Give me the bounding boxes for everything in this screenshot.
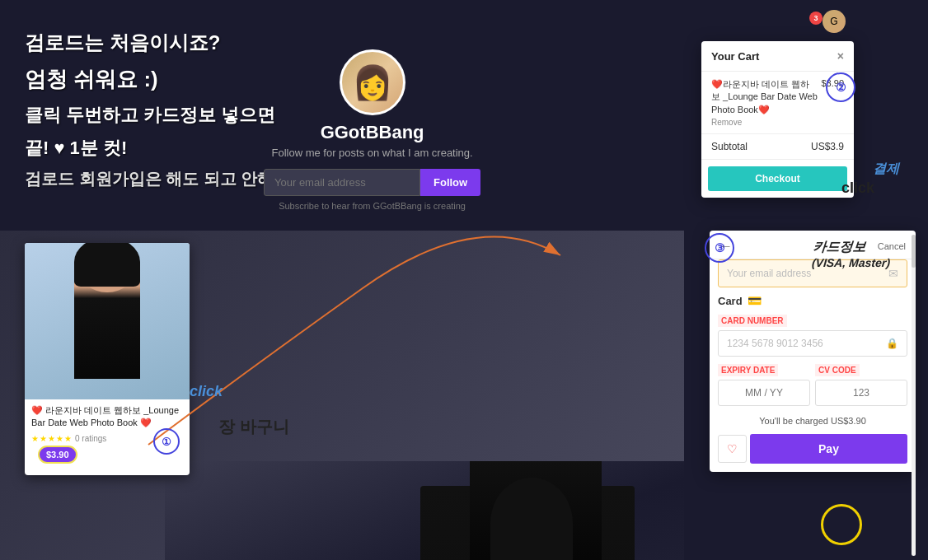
product-heart-2: ❤️ xyxy=(140,418,152,427)
payment-email-placeholder: Your email address xyxy=(727,268,811,279)
email-icon: ✉ xyxy=(888,267,898,280)
rating-count: 0 ratings xyxy=(75,434,106,443)
scrollbar-thumb xyxy=(912,235,916,268)
cvv-input[interactable] xyxy=(815,380,907,406)
username: GGotBBang xyxy=(321,122,424,143)
lock-icon: 🔒 xyxy=(886,338,898,349)
card-info-annotation: 카드정보 (VISA, Master) xyxy=(811,239,892,269)
avatar-initial: G xyxy=(830,16,837,27)
pay-button-row: ♡ Pay xyxy=(710,431,916,472)
card-number-placeholder: 1234 5678 9012 3456 xyxy=(727,338,823,349)
avatar: 👩 xyxy=(340,49,405,115)
card-icon: 💳 xyxy=(748,294,762,307)
cvv-field: CV CODE xyxy=(815,362,907,406)
annotation-circle-1: ① xyxy=(153,428,180,455)
product-image xyxy=(25,243,190,399)
cart-item-remove[interactable]: Remove xyxy=(711,118,844,127)
cart-item-name: ❤️라운지바 데이트 웹하보 _Lounge Bar Date Web Phot… xyxy=(711,78,818,116)
annotation-circle-2: ② xyxy=(826,72,855,102)
card-section: Card 💳 CARD NUMBER 1234 5678 9012 3456 🔒… xyxy=(718,294,907,406)
notification-badge: 3 xyxy=(809,12,823,25)
click-text-2: click xyxy=(841,180,874,197)
pay-button[interactable]: Pay xyxy=(750,434,907,464)
email-input[interactable] xyxy=(264,169,420,196)
expiry-field: EXPIRY DATE xyxy=(718,362,810,406)
card-info-subtext: (VISA, Master) xyxy=(811,256,890,269)
email-form: Follow xyxy=(264,169,480,196)
cart-header: Your Cart × xyxy=(701,41,854,72)
bg-person-area xyxy=(165,461,684,560)
product-heart-1: ❤️ xyxy=(31,405,43,415)
follow-button[interactable]: Follow xyxy=(420,169,480,196)
expiry-label: EXPIRY DATE xyxy=(718,364,778,376)
click-annotation-1: click xyxy=(190,383,223,400)
person-hair xyxy=(490,478,573,560)
card-number-input[interactable]: 1234 5678 9012 3456 🔒 xyxy=(718,330,907,357)
cart-annotation: 장 바구니 xyxy=(218,416,289,438)
top-right-avatar[interactable]: G xyxy=(823,10,846,33)
star-4: ★ xyxy=(56,434,63,443)
click-annotation-2: 결제 xyxy=(873,161,899,178)
price-badge: $3.90 xyxy=(38,446,77,464)
card-number-label: CARD NUMBER xyxy=(718,315,787,327)
star-3: ★ xyxy=(48,434,55,443)
expiry-input[interactable] xyxy=(718,380,810,406)
cart-subtotal: Subtotal US$3.9 xyxy=(701,134,854,160)
product-name: 라운지바 데이트 웹하보 _Lounge Bar Date Web Photo … xyxy=(31,405,179,427)
card-number-label-wrapper: CARD NUMBER xyxy=(718,312,907,330)
product-title: ❤️ 라운지바 데이트 웹하보 _Lounge Bar Date Web Pho… xyxy=(25,399,190,432)
card-label: Card 💳 xyxy=(718,294,907,307)
tagline: Follow me for posts on what I am creatin… xyxy=(271,147,472,159)
payment-total: You'll be charged US$3.90 xyxy=(710,411,916,431)
star-5: ★ xyxy=(64,434,72,443)
cart-popup: Your Cart × ❤️라운지바 데이트 웹하보 _Lounge Bar D… xyxy=(701,41,854,198)
cart-title: Your Cart xyxy=(711,50,759,63)
star-1: ★ xyxy=(31,434,39,443)
card-row: EXPIRY DATE CV CODE xyxy=(718,362,907,406)
cart-close-button[interactable]: × xyxy=(837,49,844,63)
payment-scrollbar[interactable] xyxy=(912,235,916,556)
product-image-inner xyxy=(25,243,190,399)
subtotal-label: Subtotal xyxy=(711,141,748,152)
star-rating: ★ ★ ★ ★ ★ xyxy=(31,434,72,443)
subscribe-text: Subscribe to hear from GGotBBang is crea… xyxy=(279,201,466,211)
profile-section: 👩 GGotBBang Follow me for posts on what … xyxy=(264,49,480,211)
star-2: ★ xyxy=(40,434,47,443)
favorite-button[interactable]: ♡ xyxy=(718,435,747,463)
cvv-label: CV CODE xyxy=(815,364,860,376)
checkout-button[interactable]: Checkout xyxy=(708,166,847,191)
card-label-text: Card xyxy=(718,295,743,307)
yellow-circle-annotation xyxy=(821,504,862,545)
card-info-text: 카드정보 xyxy=(813,239,893,256)
annotation-circle-3: ③ xyxy=(705,233,734,263)
subtotal-value: US$3.9 xyxy=(811,141,844,152)
